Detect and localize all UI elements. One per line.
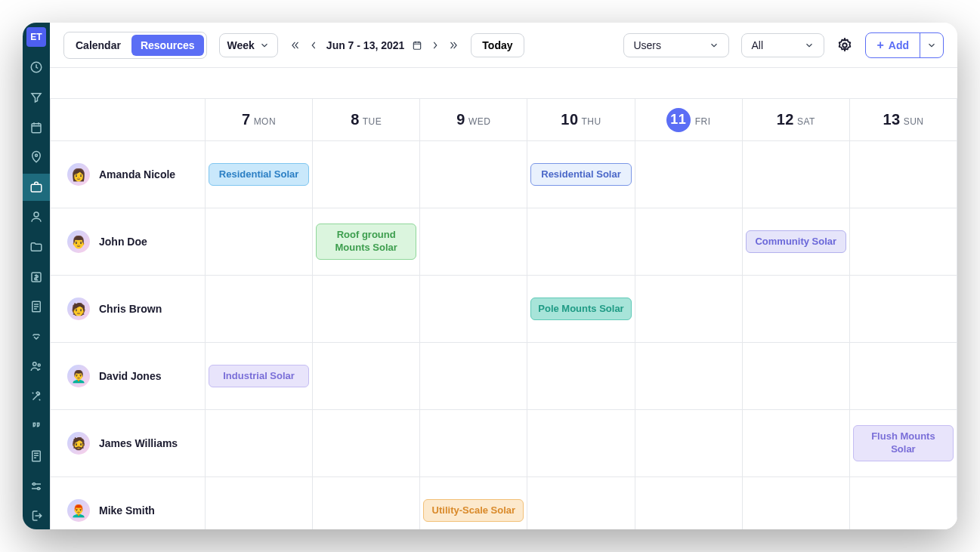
day-header: 8TUE: [313, 99, 420, 141]
calendar-cell[interactable]: [849, 208, 957, 276]
calendar-cell[interactable]: [420, 343, 527, 410]
calendar-cell[interactable]: [742, 343, 849, 410]
svg-point-13: [843, 43, 848, 48]
event-card[interactable]: Industrial Solar: [209, 365, 309, 388]
handshake-icon[interactable]: [23, 323, 50, 350]
svg-point-8: [38, 364, 40, 366]
next-period-button[interactable]: [448, 40, 459, 51]
resource-name: James Williams: [99, 437, 178, 449]
user-icon[interactable]: [23, 204, 50, 231]
today-button[interactable]: Today: [471, 33, 524, 57]
resource-cell: 👨John Doe: [51, 208, 206, 276]
calendar-cell[interactable]: [742, 477, 849, 530]
calendar-cell[interactable]: [420, 410, 527, 477]
dollar-icon[interactable]: [23, 264, 50, 291]
calendar-cell[interactable]: [313, 141, 420, 208]
calendar-cell[interactable]: [527, 343, 635, 410]
calendar-cell[interactable]: Residential Solar: [527, 141, 635, 208]
prev-period-button[interactable]: [290, 40, 301, 51]
calendar-cell[interactable]: [420, 276, 527, 343]
event-card[interactable]: Residential Solar: [530, 163, 631, 187]
event-card[interactable]: Flush Mounts Solar: [853, 425, 954, 461]
users-icon[interactable]: [23, 353, 50, 380]
avatar: 👩: [67, 163, 90, 186]
calendar-picker-button[interactable]: [412, 40, 422, 51]
tools-icon[interactable]: [23, 383, 50, 410]
avatar: 👨‍🦱: [67, 365, 90, 387]
calendar-cell[interactable]: Industrial Solar: [206, 343, 313, 410]
calendar-cell[interactable]: [206, 208, 313, 276]
resource-name: Chris Brown: [99, 303, 162, 315]
event-card[interactable]: Community Solar: [746, 230, 846, 254]
add-dropdown-button[interactable]: [920, 33, 943, 57]
calendar-cell[interactable]: [849, 141, 957, 208]
calendar-cell[interactable]: [635, 343, 742, 410]
calendar-cell[interactable]: [206, 477, 313, 530]
calendar-cell[interactable]: [420, 141, 527, 208]
type-filter-dropdown[interactable]: All: [741, 33, 824, 57]
calendar-cell[interactable]: [635, 208, 742, 276]
resource-cell: 👨‍🦰Mike Smith: [51, 477, 206, 530]
add-button[interactable]: + Add: [866, 33, 920, 57]
dashboard-icon[interactable]: [23, 54, 50, 82]
event-card[interactable]: Roof ground Mounts Solar: [316, 224, 416, 260]
calendar-cell[interactable]: [313, 343, 420, 410]
calendar-cell[interactable]: [849, 343, 957, 410]
calendar-cell[interactable]: [527, 410, 635, 477]
folder-icon[interactable]: [23, 233, 50, 261]
receipt-icon[interactable]: [23, 443, 50, 470]
event-card[interactable]: Residential Solar: [209, 163, 309, 187]
calendar-cell[interactable]: [313, 276, 420, 343]
resource-cell: 👩Amanda Nicole: [51, 141, 206, 208]
calendar-icon[interactable]: [23, 114, 50, 141]
next-week-button[interactable]: [430, 40, 441, 51]
avatar: 👨‍🦰: [67, 499, 90, 522]
calendar-cell[interactable]: Residential Solar: [206, 141, 313, 208]
view-tabs: Calendar Resources: [63, 32, 207, 59]
calendar-cell[interactable]: [849, 276, 957, 343]
document-icon[interactable]: [23, 293, 50, 320]
calendar-cell[interactable]: [742, 141, 849, 208]
calendar-cell[interactable]: [313, 410, 420, 477]
calendar-cell[interactable]: [420, 208, 527, 276]
briefcase-icon[interactable]: [23, 174, 50, 201]
logout-icon[interactable]: [23, 502, 50, 529]
quote-icon[interactable]: [23, 413, 50, 440]
calendar-cell[interactable]: [635, 141, 742, 208]
event-card[interactable]: Utility-Scale Solar: [423, 499, 524, 523]
calendar-cell[interactable]: [742, 410, 849, 477]
calendar-cell[interactable]: Flush Mounts Solar: [849, 410, 957, 477]
calendar-cell[interactable]: [742, 276, 849, 343]
event-card[interactable]: Pole Mounts Solar: [530, 298, 631, 321]
settings-button[interactable]: [836, 37, 853, 54]
calendar-cell[interactable]: [206, 410, 313, 477]
users-filter-dropdown[interactable]: Users: [623, 33, 729, 57]
calendar-cell[interactable]: Pole Mounts Solar: [527, 276, 635, 343]
tab-calendar[interactable]: Calendar: [66, 35, 130, 56]
calendar-cell[interactable]: [313, 477, 420, 530]
calendar-cell[interactable]: Utility-Scale Solar: [420, 477, 527, 530]
calendar-cell[interactable]: [849, 477, 957, 530]
sidebar: ET: [23, 23, 50, 529]
calendar-cell[interactable]: [527, 477, 635, 530]
period-dropdown[interactable]: Week: [219, 33, 278, 57]
day-header: 7MON: [206, 99, 313, 141]
resource-name: David Jones: [99, 370, 161, 382]
type-filter-label: All: [751, 39, 763, 51]
calendar-cell[interactable]: Roof ground Mounts Solar: [313, 208, 420, 276]
calendar-cell[interactable]: [527, 208, 635, 276]
map-pin-icon[interactable]: [23, 143, 50, 171]
filter-icon[interactable]: [23, 84, 50, 111]
calendar-cell[interactable]: [635, 477, 742, 530]
app-logo[interactable]: ET: [26, 27, 46, 47]
calendar-cell[interactable]: [206, 276, 313, 343]
settings-icon[interactable]: [23, 473, 50, 500]
toolbar: Calendar Resources Week Jun 7 - 13, 2021…: [50, 23, 957, 68]
prev-week-button[interactable]: [308, 40, 319, 51]
calendar-cell[interactable]: [635, 276, 742, 343]
calendar-cell[interactable]: [635, 410, 742, 477]
tab-resources[interactable]: Resources: [131, 35, 204, 56]
day-number: 7: [242, 111, 251, 128]
calendar-cell[interactable]: Community Solar: [742, 208, 849, 276]
day-number: 12: [777, 111, 794, 128]
